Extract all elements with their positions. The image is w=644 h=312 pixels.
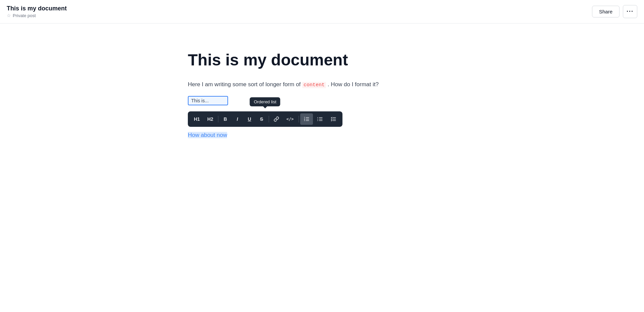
private-post-label: Private post — [13, 13, 36, 18]
unordered-list-icon — [317, 116, 323, 122]
ordered-list-button[interactable]: 1 2 3 — [300, 113, 313, 125]
svg-point-10 — [317, 118, 318, 119]
document-main-title: This is my document — [188, 50, 456, 70]
more-options-button[interactable]: ··· — [623, 5, 637, 18]
document-area: This is my document Here I am writing so… — [188, 50, 456, 139]
selected-input-box[interactable]: This is... — [188, 96, 228, 105]
toolbar-divider-2 — [269, 116, 269, 122]
star-icon[interactable]: ☆ — [7, 13, 11, 18]
checklist-button[interactable] — [327, 113, 340, 125]
header-right: Share ··· — [592, 5, 637, 18]
svg-point-11 — [317, 120, 318, 121]
main-content: This is my document Here I am writing so… — [0, 23, 644, 139]
body-text-after: . How do I format it? — [328, 81, 379, 88]
selected-link-text: How about now — [188, 132, 227, 138]
formatting-toolbar: H1 H2 B I U S </> — [188, 111, 342, 127]
selected-link-container: How about now — [188, 132, 456, 139]
document-body-text: Here I am writing some sort of longer fo… — [188, 80, 456, 89]
selected-input-text: This is... — [191, 98, 209, 103]
toolbar-divider-1 — [218, 116, 218, 122]
h1-button[interactable]: H1 — [191, 113, 203, 125]
code-button[interactable]: </> — [283, 113, 297, 125]
bold-button[interactable]: B — [220, 113, 231, 125]
unordered-list-button[interactable] — [314, 113, 326, 125]
strikethrough-button[interactable]: S — [256, 113, 267, 125]
h2-button[interactable]: H2 — [204, 113, 217, 125]
svg-point-9 — [317, 117, 318, 118]
italic-button[interactable]: I — [232, 113, 243, 125]
share-button[interactable]: Share — [592, 6, 620, 17]
header-left: This is my document ☆ Private post — [7, 5, 67, 18]
private-post-row: ☆ Private post — [7, 13, 67, 18]
underline-button[interactable]: U — [244, 113, 255, 125]
body-text-before: Here I am writing some sort of longer fo… — [188, 81, 301, 88]
document-title: This is my document — [7, 5, 67, 12]
toolbar-wrapper: Ordered list H1 H2 B I U S </> — [188, 111, 342, 127]
header: This is my document ☆ Private post Share… — [0, 0, 644, 23]
checklist-icon — [330, 116, 336, 122]
selected-text-area: This is... — [188, 96, 456, 108]
link-button[interactable] — [270, 113, 282, 125]
toolbar-divider-3 — [299, 116, 299, 122]
link-icon — [274, 116, 279, 122]
content-highlight: content — [302, 82, 326, 88]
ordered-list-icon: 1 2 3 — [304, 116, 310, 122]
svg-text:3: 3 — [304, 119, 305, 121]
